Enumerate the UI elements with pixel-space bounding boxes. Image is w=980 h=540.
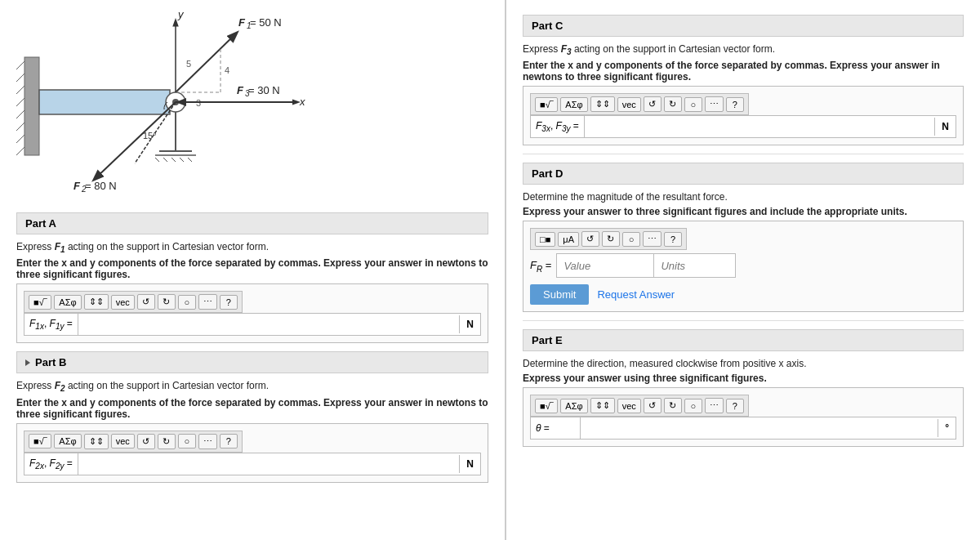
part-a-header: Part A	[16, 212, 488, 234]
toolbar-arrows-btn[interactable]: ⇕⇕	[84, 294, 109, 310]
part-d-toolbar-dots-btn[interactable]: ⋯	[643, 231, 662, 247]
part-e-header: Part E	[523, 329, 964, 351]
toolbar-circle-btn[interactable]: ○	[178, 295, 196, 310]
svg-text:5: 5	[186, 59, 191, 69]
submit-button[interactable]: Submit	[530, 284, 589, 305]
part-e-toolbar-dots-btn[interactable]: ⋯	[705, 398, 724, 413]
part-e-unit: °	[938, 419, 956, 437]
part-a-input-label: F1x, F1y =	[24, 315, 78, 334]
part-e-input-label: θ =	[531, 419, 580, 437]
part-e-instruction2: Express your answer using three signific…	[523, 373, 964, 384]
part-d-toolbar-square-btn[interactable]: □■	[535, 232, 555, 247]
svg-line-4	[16, 98, 24, 106]
part-e-toolbar-asigma-btn[interactable]: AΣφ	[560, 399, 587, 413]
part-b-toolbar-asigma-btn[interactable]: AΣφ	[54, 434, 81, 449]
part-c-toolbar-dots-btn[interactable]: ⋯	[705, 96, 724, 112]
part-a-input[interactable]	[78, 314, 460, 335]
toolbar-undo-btn[interactable]: ↺	[137, 294, 155, 310]
svg-text:= 50 N: = 50 N	[250, 16, 282, 29]
part-d-units-input[interactable]	[654, 253, 736, 278]
part-b-input[interactable]	[78, 453, 460, 475]
svg-line-17	[172, 158, 176, 162]
part-c-toolbar-help-btn[interactable]: ?	[726, 97, 744, 112]
part-d-toolbar-undo-btn[interactable]: ↺	[581, 231, 599, 247]
part-e-toolbar-undo-btn[interactable]: ↺	[644, 398, 662, 413]
svg-text:y: y	[177, 8, 185, 20]
part-b-toolbar-vec-btn[interactable]: vec	[111, 434, 135, 449]
part-e-label: Part E	[532, 334, 563, 346]
part-b-toolbar-redo-btn[interactable]: ↻	[158, 434, 176, 449]
part-c-input-row: F3x, F3y = N	[530, 115, 956, 138]
svg-text:x: x	[299, 96, 305, 108]
part-b-section: Part B Express F2 acting on the support …	[16, 351, 488, 482]
right-panel: Part C Express F3 acting on the support …	[506, 0, 980, 540]
svg-line-3	[16, 86, 24, 94]
part-e-toolbar: ■√‾ AΣφ ⇕⇕ vec ↺ ↻ ○ ⋯ ?	[530, 395, 749, 417]
part-c-toolbar-arrows-btn[interactable]: ⇕⇕	[590, 96, 615, 112]
toolbar-redo-btn[interactable]: ↻	[158, 294, 176, 310]
part-b-toolbar-circle-btn[interactable]: ○	[178, 434, 196, 449]
part-d-toolbar-circle-btn[interactable]: ○	[622, 232, 640, 247]
part-b-instruction2: Enter the x and y components of the forc…	[16, 397, 488, 420]
part-d-toolbar-help-btn[interactable]: ?	[664, 232, 682, 247]
part-c-unit: N	[934, 118, 956, 136]
part-d-fr-row: FR =	[530, 253, 956, 278]
svg-line-1	[16, 61, 24, 69]
svg-text:F: F	[238, 16, 246, 29]
part-c-header: Part C	[523, 15, 964, 37]
part-c-section: Part C Express F3 acting on the support …	[523, 15, 964, 145]
part-c-label: Part C	[532, 20, 563, 32]
part-c-toolbar-sqrt-btn[interactable]: ■√‾	[535, 97, 558, 112]
part-d-instruction1: Determine the magnitude of the resultant…	[523, 191, 964, 203]
part-d-header: Part D	[523, 163, 964, 185]
part-e-toolbar-redo-btn[interactable]: ↻	[664, 398, 682, 413]
part-c-toolbar-vec-btn[interactable]: vec	[617, 97, 641, 112]
svg-line-6	[16, 123, 24, 131]
part-b-header[interactable]: Part B	[16, 351, 488, 373]
part-d-toolbar-mu-btn[interactable]: μA	[558, 232, 579, 247]
part-e-input-row: θ = °	[530, 417, 956, 440]
part-e-input[interactable]	[580, 417, 938, 439]
separator-de	[523, 320, 964, 321]
part-c-input-label: F3x, F3y =	[531, 117, 584, 136]
part-c-toolbar-redo-btn[interactable]: ↻	[664, 96, 682, 112]
part-c-answer-box: ■√‾ AΣφ ⇕⇕ vec ↺ ↻ ○ ⋯ ? F3x, F3y = N	[523, 86, 964, 145]
part-d-toolbar: □■ μA ↺ ↻ ○ ⋯ ?	[530, 228, 687, 250]
part-e-answer-box: ■√‾ AΣφ ⇕⇕ vec ↺ ↻ ○ ⋯ ? θ = °	[523, 387, 964, 447]
part-b-toolbar-dots-btn[interactable]: ⋯	[198, 434, 217, 449]
svg-line-20	[176, 33, 237, 92]
toolbar-dots-btn[interactable]: ⋯	[198, 294, 217, 310]
request-answer-link[interactable]: Request Answer	[597, 288, 675, 301]
part-b-input-label: F2x, F2y =	[24, 454, 78, 474]
toolbar-help-btn[interactable]: ?	[220, 295, 238, 310]
part-e-toolbar-help-btn[interactable]: ?	[726, 399, 744, 413]
part-e-toolbar-vec-btn[interactable]: vec	[617, 399, 641, 413]
toolbar-sqrt-btn[interactable]: ■√‾	[29, 295, 51, 310]
part-e-instruction1: Determine the direction, measured clockw…	[523, 358, 964, 369]
part-d-toolbar-redo-btn[interactable]: ↻	[602, 231, 620, 247]
svg-line-16	[163, 158, 167, 162]
part-c-instruction1: Express F3 acting on the support in Cart…	[523, 43, 964, 56]
part-e-toolbar-sqrt-btn[interactable]: ■√‾	[535, 399, 558, 413]
svg-text:= 30 N: = 30 N	[248, 84, 280, 96]
svg-line-7	[16, 135, 24, 143]
part-e-toolbar-circle-btn[interactable]: ○	[684, 399, 702, 413]
svg-rect-9	[39, 90, 170, 114]
part-c-toolbar-undo-btn[interactable]: ↺	[644, 96, 662, 112]
part-c-input[interactable]	[584, 116, 935, 137]
svg-line-15	[155, 158, 159, 162]
toolbar-asigma-btn[interactable]: AΣφ	[54, 295, 81, 310]
part-b-toolbar-undo-btn[interactable]: ↺	[137, 434, 155, 449]
part-d-value-input[interactable]	[556, 253, 654, 278]
part-a-unit: N	[459, 315, 480, 333]
part-d-answer-box: □■ μA ↺ ↻ ○ ⋯ ? FR = Submit Request Answ…	[523, 221, 964, 312]
part-c-toolbar-asigma-btn[interactable]: AΣφ	[560, 97, 587, 112]
part-e-toolbar-arrows-btn[interactable]: ⇕⇕	[590, 398, 615, 413]
part-c-toolbar-circle-btn[interactable]: ○	[684, 97, 702, 112]
part-b-answer-box: ■√‾ AΣφ ⇕⇕ vec ↺ ↻ ○ ⋯ ? F2x, F2y = N	[16, 423, 488, 483]
part-b-toolbar-sqrt-btn[interactable]: ■√‾	[29, 434, 51, 449]
toolbar-vec-btn[interactable]: vec	[111, 295, 135, 310]
part-b-label: Part B	[35, 356, 66, 368]
part-b-toolbar-help-btn[interactable]: ?	[220, 434, 238, 449]
part-b-toolbar-arrows-btn[interactable]: ⇕⇕	[84, 434, 109, 449]
